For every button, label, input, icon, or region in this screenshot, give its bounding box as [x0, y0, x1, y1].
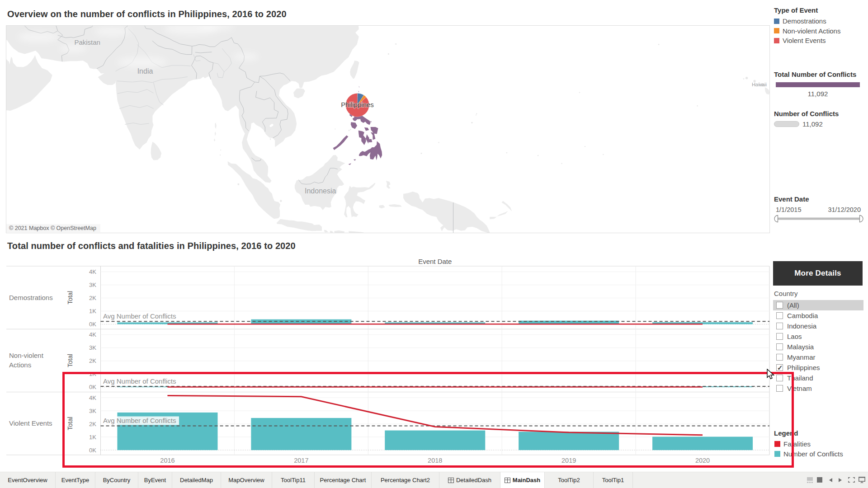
tab-label: Percentage Chart: [320, 477, 366, 483]
svg-text:1K: 1K: [89, 308, 96, 314]
svg-text:Avg Number of Conflicts: Avg Number of Conflicts: [103, 312, 176, 320]
map-label-indonesia: Indonesia: [305, 187, 336, 195]
tab-label: ToolTip2: [558, 477, 580, 483]
sheet-tab-detaileddash[interactable]: DetailedDash: [439, 472, 500, 488]
country-filter-item-laos[interactable]: Laos: [773, 331, 863, 342]
number-of-conflicts-title: Number of Conflicts: [774, 110, 839, 117]
fullscreen-icon[interactable]: [848, 477, 855, 483]
number-of-conflicts-capsule[interactable]: [774, 121, 799, 127]
sheet-tab-bycountry[interactable]: ByCountry: [95, 472, 138, 488]
dashboard-grid-icon: [448, 478, 454, 483]
sheet-tab-percentage-chart[interactable]: Percentage Chart: [315, 472, 372, 488]
legend-swatch-icon: [774, 19, 779, 24]
total-conflicts-bar[interactable]: [776, 82, 860, 87]
event-date-end: 31/12/2020: [774, 206, 861, 213]
tab-label: DetailedMap: [180, 477, 213, 483]
event-date-title: Event Date: [774, 195, 809, 203]
svg-text:3K: 3K: [89, 282, 96, 288]
chart-xaxis-title: Event Date: [418, 258, 452, 265]
checkbox-icon[interactable]: [776, 323, 783, 329]
tab-label: MainDash: [513, 477, 540, 483]
tab-label: EventType: [61, 477, 89, 483]
svg-text:4K: 4K: [89, 268, 96, 275]
checkbox-icon[interactable]: [776, 354, 783, 361]
svg-text:3K: 3K: [89, 344, 96, 351]
total-conflicts-title: Total Number of Conflicts: [774, 70, 856, 78]
checkbox-icon[interactable]: [776, 333, 783, 340]
sheet-tab-maindash[interactable]: MainDash: [500, 472, 545, 488]
number-of-conflicts-value: 11,092: [802, 120, 823, 128]
annotation-rectangle: [62, 372, 794, 468]
map-label-hawaii: Hawaii: [752, 82, 767, 87]
dashboard-grid-icon: [505, 478, 510, 483]
tab-label: ToolTip11: [281, 477, 306, 483]
chart-row-label: Demostrations: [9, 294, 53, 301]
chart-yaxis-title: Total: [66, 354, 74, 367]
country-filter-item-all[interactable]: (All): [773, 300, 863, 310]
tab-label: ToolTip1: [602, 477, 624, 483]
chart-row-label: Non-violent: [9, 352, 44, 359]
status-bar-icons: [807, 472, 865, 488]
chart-row-label: Actions: [9, 361, 31, 369]
land-shapes: [6, 25, 769, 233]
prev-icon[interactable]: [829, 478, 832, 482]
slider-handle-left: [774, 216, 778, 222]
checkbox-icon[interactable]: ✓: [776, 364, 783, 371]
tab-label: ByEvent: [144, 477, 166, 483]
country-filter-item-indonesia[interactable]: Indonesia: [773, 321, 863, 331]
map-label-philippines: Philippines: [341, 101, 374, 108]
event-date-slider[interactable]: [773, 214, 864, 223]
sheet-tab-tooltip1[interactable]: ToolTip1: [594, 472, 633, 488]
sheet-tab-percentage-chart2[interactable]: Percentage Chart2: [372, 472, 439, 488]
legend-swatch-icon: [774, 28, 779, 33]
sheet-tab-tooltip11[interactable]: ToolTip11: [272, 472, 315, 488]
svg-text:0K: 0K: [89, 321, 96, 328]
type-of-event-title: Type of Event: [774, 6, 818, 14]
map-label-india: India: [137, 67, 153, 75]
checkbox-icon[interactable]: [776, 302, 783, 309]
tab-label: ByCountry: [103, 477, 131, 483]
svg-text:2K: 2K: [89, 357, 96, 364]
checkbox-icon[interactable]: [776, 312, 783, 319]
section-title: Total number of conflicts and fatalities…: [7, 241, 296, 251]
sheet-tab-detailedmap[interactable]: DetailedMap: [172, 472, 221, 488]
avg-ref-label: Avg Number of Conflicts: [101, 312, 179, 320]
map-attribution: © 2021 Mapbox © OpenStreetMap: [6, 224, 100, 232]
svg-text:2K: 2K: [89, 295, 96, 301]
type-of-event-item[interactable]: Demostrations: [774, 17, 826, 25]
mouse-cursor: [766, 369, 777, 380]
sheet-tab-tooltip2[interactable]: ToolTip2: [545, 472, 594, 488]
sheet-tab-mapoverview[interactable]: MapOverview: [221, 472, 272, 488]
map[interactable]: PakistanIndiaIndonesiaHawaiiPhilippines: [6, 25, 770, 233]
total-conflicts-value: 11,092: [776, 90, 860, 98]
sheet-tab-byevent[interactable]: ByEvent: [138, 472, 172, 488]
country-filter-item-myanmar[interactable]: Myanmar: [773, 352, 863, 362]
tab-label: DetailedDash: [456, 477, 491, 483]
sheet-tab-eventtype[interactable]: EventType: [56, 472, 95, 488]
type-of-event-item[interactable]: Non-violent Actions: [774, 27, 840, 35]
page-title: Overview on the number of conflicts in P…: [7, 9, 287, 19]
tab-label: Percentage Chart2: [381, 477, 430, 483]
next-icon[interactable]: [839, 478, 842, 482]
tab-label: MapOverview: [228, 477, 264, 483]
presentation-icon[interactable]: [859, 477, 865, 483]
country-filter-item-cambodia[interactable]: Cambodia: [773, 310, 863, 321]
country-filter-title: Country: [774, 290, 798, 297]
map-label-pakistan: Pakistan: [74, 38, 100, 46]
legend-swatch-icon: [774, 38, 779, 43]
checkbox-icon[interactable]: [776, 343, 783, 350]
slider-handle-right: [860, 216, 863, 222]
chart-row-1: 0K1K2K3K4KDemostrationsTotalAvg Number o…: [9, 266, 769, 329]
tab-label: EventOverview: [8, 477, 47, 483]
chart-row-label: Violent Events: [9, 419, 52, 427]
chart-yaxis-title: Total: [66, 291, 74, 305]
sheet-tab-bar: EventOverviewEventTypeByCountryByEventDe…: [0, 472, 868, 488]
sheet-tab-eventoverview[interactable]: EventOverview: [0, 472, 56, 488]
more-details-button[interactable]: More Details: [773, 261, 863, 286]
type-of-event-item[interactable]: Violent Events: [774, 37, 826, 44]
country-filter-item-philippines[interactable]: ✓ Philippines: [773, 362, 863, 373]
thumbnails-icon[interactable]: [807, 477, 813, 483]
stop-icon[interactable]: [817, 477, 822, 483]
country-filter-item-malaysia[interactable]: Malaysia: [773, 342, 863, 352]
svg-text:4K: 4K: [89, 331, 96, 338]
